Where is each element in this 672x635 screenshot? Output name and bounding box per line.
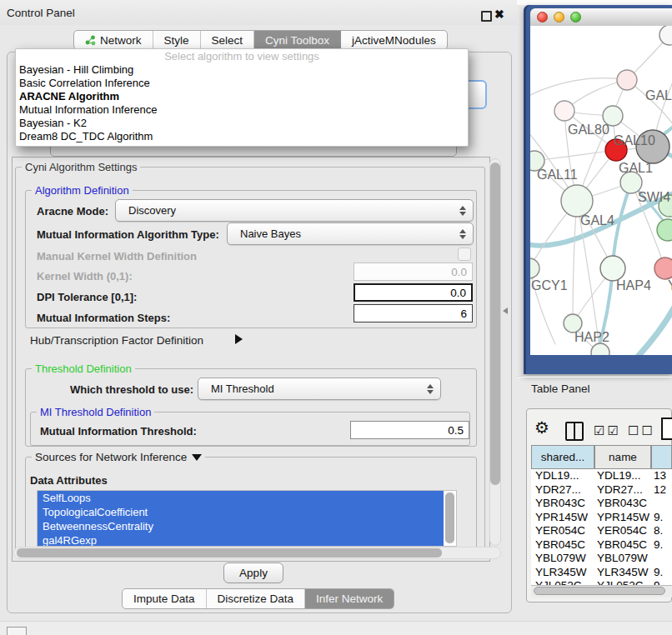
table-cell[interactable]: YDR27... xyxy=(535,483,581,496)
tab-jactivemnodules[interactable]: jActiveMNodules xyxy=(341,31,447,49)
attribute-item[interactable]: SelfLoops xyxy=(38,491,444,505)
table-cell[interactable]: YPR145W xyxy=(535,511,588,523)
collapse-arrow-icon[interactable] xyxy=(192,454,202,461)
attribute-item[interactable]: BetweennessCentrality xyxy=(38,519,444,533)
table-cell[interactable]: YER054C xyxy=(535,524,585,537)
table-cell[interactable]: 9. xyxy=(654,566,663,578)
network-node[interactable] xyxy=(657,219,672,241)
settings-vscrollbar-thumb[interactable] xyxy=(490,162,500,485)
dpi-tolerance-input[interactable]: 0.0 xyxy=(354,283,473,302)
table-row[interactable]: YPR145WYPR145W9. xyxy=(531,511,672,525)
table-row[interactable]: YDR27...YDR27...12 xyxy=(531,483,672,498)
settings-hscrollbar-thumb[interactable] xyxy=(17,548,442,558)
network-node[interactable] xyxy=(654,258,672,279)
tab-select[interactable]: Select xyxy=(201,31,255,49)
algorithm-option[interactable]: Dream8 DC_TDC Algorithm xyxy=(16,130,468,143)
tab-infer-network[interactable]: Infer Network xyxy=(305,589,394,608)
table-row[interactable]: YDL19...YDL19...13 xyxy=(531,469,672,483)
table-cell[interactable]: 8. xyxy=(654,524,663,537)
mi-algorithm-type-select[interactable]: Naive Bayes xyxy=(227,222,474,245)
table-cell[interactable]: 13 xyxy=(654,469,666,482)
tab-network[interactable]: Network xyxy=(74,31,153,49)
gear-icon[interactable]: ⚙ xyxy=(534,418,549,438)
table-cell[interactable]: YBR045C xyxy=(535,538,585,551)
select-all-checkboxes-icon[interactable]: ☑☑ xyxy=(594,423,621,438)
table-row[interactable]: YBR045CYBR045C9. xyxy=(531,538,672,552)
algorithm-option[interactable]: Mutual Information Inference xyxy=(16,103,468,117)
table-cell[interactable]: YDL19... xyxy=(535,469,579,482)
network-edge[interactable] xyxy=(530,78,627,96)
column-header-name[interactable]: name xyxy=(594,445,651,469)
mi-threshold-input[interactable]: 0.5 xyxy=(350,421,469,439)
table-cell[interactable]: YBL079W xyxy=(597,552,648,564)
network-edge-highlighted[interactable] xyxy=(613,182,631,268)
network-node[interactable] xyxy=(659,26,672,45)
network-node[interactable] xyxy=(554,101,574,121)
column-header-partial[interactable] xyxy=(651,445,672,469)
network-node[interactable] xyxy=(617,70,637,90)
algorithm-option[interactable]: ARACNE Algorithm xyxy=(16,90,468,103)
table-cell[interactable]: YBR043C xyxy=(535,497,585,509)
table-cell[interactable]: YBR043C xyxy=(597,497,647,509)
table-cell[interactable]: YDR27... xyxy=(597,483,643,496)
table-rows[interactable]: YDL19...YDL19...13YDR27...YDR27...12YBR0… xyxy=(531,469,672,585)
algorithm-option[interactable]: Basic Correlation Inference xyxy=(16,77,468,90)
table-cell[interactable]: YJL052C xyxy=(597,579,644,585)
table-hscrollbar-thumb[interactable] xyxy=(534,587,665,595)
table-cell[interactable]: YLR345W xyxy=(535,566,587,578)
network-graph[interactable]: GALGAL80GAL10GAL1GAL11SWI4GAL4GCY1HAP4YH… xyxy=(530,26,672,355)
zoom-traffic-light-icon[interactable] xyxy=(570,12,581,22)
table-row[interactable]: YLR345WYLR345W9. xyxy=(531,566,672,580)
network-canvas[interactable]: GALGAL80GAL10GAL1GAL11SWI4GAL4GCY1HAP4YH… xyxy=(530,26,672,355)
network-node[interactable] xyxy=(600,256,625,281)
sources-group-title[interactable]: Sources for Network Inference xyxy=(32,451,205,463)
network-window-titlebar[interactable] xyxy=(530,8,672,27)
table-cell[interactable]: YBR045C xyxy=(597,538,647,551)
table-row[interactable]: YBL079WYBL079W xyxy=(531,552,672,566)
attributes-scrollbar-thumb[interactable] xyxy=(445,492,454,543)
algorithm-option[interactable]: Bayesian - Hill Climbing xyxy=(16,63,468,77)
close-traffic-light-icon[interactable] xyxy=(537,12,548,22)
minimize-traffic-light-icon[interactable] xyxy=(554,12,564,22)
table-cell[interactable]: YPR145W xyxy=(597,511,649,523)
manual-kernel-checkbox[interactable] xyxy=(458,248,471,261)
deselect-all-checkboxes-icon[interactable]: ☐☐ xyxy=(628,423,655,438)
which-threshold-select[interactable]: MI Threshold xyxy=(198,378,441,400)
table-cell[interactable]: YER054C xyxy=(597,524,647,537)
bottom-left-button[interactable] xyxy=(7,627,27,635)
table-row[interactable]: YBR043CYBR043C xyxy=(531,497,672,511)
table-cell[interactable]: YBL079W xyxy=(535,552,586,564)
tab-impute-data[interactable]: Impute Data xyxy=(123,589,207,608)
table-cell[interactable]: 9 xyxy=(654,579,660,585)
network-node[interactable] xyxy=(530,258,539,278)
table-cell[interactable]: 9. xyxy=(654,511,663,523)
table-row[interactable]: YJL052CYJL052C9 xyxy=(531,579,672,585)
float-window-icon[interactable] xyxy=(481,11,492,22)
attribute-item[interactable]: gal4RGexp xyxy=(38,533,444,547)
new-document-icon[interactable] xyxy=(661,418,672,440)
table-cell[interactable]: 9. xyxy=(654,538,663,551)
close-icon[interactable]: ✖ xyxy=(494,8,504,21)
apply-button[interactable]: Apply xyxy=(223,562,283,583)
table-cell[interactable]: YJL052C xyxy=(535,579,582,585)
expand-arrow-icon[interactable] xyxy=(235,334,243,344)
tab-cyni-toolbox[interactable]: Cyni Toolbox xyxy=(254,31,341,49)
split-columns-icon[interactable] xyxy=(565,422,584,441)
algorithm-option[interactable]: Bayesian - K2 xyxy=(16,117,468,130)
network-node[interactable] xyxy=(591,343,609,355)
table-row[interactable]: YER054CYER054C8. xyxy=(531,524,672,538)
table-cell[interactable]: YLR345W xyxy=(597,566,649,578)
hub-section-label[interactable]: Hub/Transcription Factor Definition xyxy=(30,334,203,347)
data-attributes-list[interactable]: SelfLoopsTopologicalCoefficientBetweenne… xyxy=(37,490,457,547)
aracne-mode-select[interactable]: Discovery xyxy=(115,199,474,222)
column-header-shared-name[interactable]: shared... xyxy=(531,445,594,469)
network-node[interactable] xyxy=(561,185,593,217)
table-cell[interactable]: YDL19... xyxy=(597,469,641,482)
network-edge-highlighted[interactable] xyxy=(635,302,672,355)
splitter-collapse-icon[interactable] xyxy=(503,308,508,314)
table-cell[interactable]: 12 xyxy=(654,483,666,496)
network-edge[interactable] xyxy=(573,201,577,323)
tab-style[interactable]: Style xyxy=(153,31,201,49)
tab-discretize-data[interactable]: Discretize Data xyxy=(207,589,306,608)
kernel-width-input[interactable]: 0.0 xyxy=(354,262,473,281)
